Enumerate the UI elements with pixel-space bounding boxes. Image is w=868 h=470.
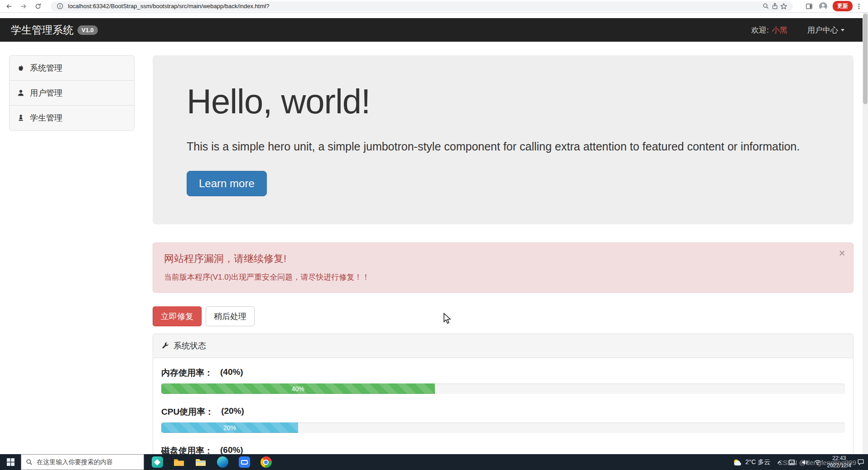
alert-title: 网站程序漏洞，请继续修复!: [164, 252, 833, 266]
sidebar-item-system[interactable]: 系统管理: [9, 55, 135, 81]
taskbar-search-box[interactable]: 在这里输入你要搜索的内容: [21, 454, 144, 470]
file-explorer-icon: [195, 456, 207, 468]
taskbar-app-edge[interactable]: [217, 456, 228, 468]
url-text: localhost:63342/BootStrap_ssm/bootstrap/…: [68, 3, 757, 10]
apple-icon: [17, 64, 25, 72]
welcome-prefix: 欢迎:: [751, 25, 769, 35]
memory-progress-bar: 40%: [161, 383, 435, 394]
hero-text: This is a simple hero unit, a simple jum…: [187, 138, 820, 155]
browser-menu-dots-icon[interactable]: [854, 1, 864, 12]
notification-icon: [857, 459, 864, 465]
network-icon: [814, 459, 821, 465]
alert-message: 当前版本程序(V1.0)出现严重安全问题，请尽快进行修复！！: [164, 272, 833, 282]
weather-icon: [733, 458, 743, 466]
profile-avatar[interactable]: [818, 1, 828, 11]
meter-name: 内存使用率：: [161, 367, 213, 379]
weather-widget[interactable]: 2°C 多云: [733, 458, 770, 466]
chrome-icon: [260, 456, 272, 468]
panel-body: 内存使用率： (40%) 40% CPU使用率： (20%): [153, 358, 853, 454]
jumbotron: Hello, world! This is a simple hero unit…: [153, 55, 854, 224]
progress-bar-label: 20%: [223, 424, 236, 431]
tray-speaker[interactable]: [801, 459, 808, 465]
browser-back-button[interactable]: [4, 1, 14, 12]
version-badge: V1.0: [77, 25, 98, 35]
fix-now-button[interactable]: 立即修复: [153, 306, 202, 326]
tray-network[interactable]: [814, 459, 821, 465]
sidebar-item-students[interactable]: 学生管理: [9, 105, 135, 131]
screen: localhost:63342/BootStrap_ssm/bootstrap/…: [0, 0, 868, 470]
brand-title: 学生管理系统: [11, 23, 73, 37]
share-icon[interactable]: [770, 2, 779, 10]
meter-value: (20%): [221, 406, 244, 418]
sidebar-item-label: 学生管理: [30, 112, 63, 123]
memory-progress-track: 40%: [161, 383, 845, 394]
tray-display[interactable]: [788, 459, 796, 465]
browser-toolbar: localhost:63342/BootStrap_ssm/bootstrap/…: [0, 0, 868, 13]
app-navbar: 学生管理系统 V1.0 欢迎: 小黑 用户中心: [0, 18, 863, 42]
chevron-down-icon: [841, 29, 844, 31]
taskbar-app-teal[interactable]: [151, 456, 163, 468]
progress-bar-label: 40%: [292, 385, 304, 392]
alert-close-icon[interactable]: ×: [839, 248, 845, 258]
address-bar[interactable]: localhost:63342/BootStrap_ssm/bootstrap/…: [51, 1, 793, 11]
user-icon: [17, 89, 25, 97]
windows-logo-icon: [7, 458, 14, 466]
sidebar: 系统管理 用户管理 学生管理: [9, 55, 135, 454]
site-info-icon[interactable]: [55, 2, 64, 10]
panel-title: 系统状态: [174, 340, 206, 351]
sidebar-item-label: 系统管理: [30, 63, 63, 73]
forward-arrow-icon: [20, 3, 27, 10]
weather-text: 2°C 多云: [745, 458, 770, 466]
meter-name: 磁盘使用率：: [161, 445, 213, 454]
notification-center-button[interactable]: [857, 459, 864, 465]
brand-link[interactable]: 学生管理系统 V1.0: [11, 23, 98, 37]
username-link[interactable]: 小黑: [772, 25, 787, 35]
speaker-icon: [801, 459, 808, 465]
cpu-progress-track: 20%: [161, 422, 845, 433]
alert-actions: 立即修复 稍后处理: [153, 306, 854, 326]
scrollbar-thumb[interactable]: [863, 14, 868, 104]
windows-taskbar: 在这里输入你要搜索的内容 2°C 多云: [0, 454, 868, 470]
wrench-icon: [161, 342, 169, 350]
taskbar-clock[interactable]: 22:43 2022/12/4: [827, 455, 851, 469]
danger-alert: 网站程序漏洞，请继续修复! 当前版本程序(V1.0)出现严重安全问题，请尽快进行…: [153, 242, 854, 293]
display-icon: [788, 459, 796, 465]
tray-chevron-up[interactable]: [776, 460, 782, 465]
side-panel-icon[interactable]: [804, 1, 815, 12]
bookmark-star-icon[interactable]: [779, 2, 788, 10]
taskbar-app-chrome[interactable]: [260, 456, 272, 468]
panel-heading: 系统状态: [153, 334, 853, 358]
zoom-icon[interactable]: [761, 2, 770, 10]
taskbar-apps: [151, 454, 272, 470]
start-button[interactable]: [0, 454, 21, 470]
memory-usage-label: 内存使用率： (40%): [161, 367, 845, 379]
refresh-icon: [34, 3, 42, 10]
folder-icon: [173, 456, 185, 468]
disk-usage-label: 磁盘使用率： (60%): [161, 445, 845, 454]
search-icon: [26, 459, 33, 465]
sidebar-item-users[interactable]: 用户管理: [9, 80, 135, 106]
taskbar-app-explorer[interactable]: [195, 456, 207, 468]
learn-more-button[interactable]: Learn more: [187, 171, 267, 196]
handle-later-button[interactable]: 稍后处理: [206, 306, 255, 326]
teal-app-icon: [152, 456, 163, 468]
taskbar-app-folder[interactable]: [173, 456, 185, 468]
student-icon: [17, 114, 25, 122]
navbar-right: 欢迎: 小黑 用户中心: [751, 25, 844, 35]
page-scrollbar: [863, 13, 868, 454]
user-center-dropdown[interactable]: 用户中心: [807, 25, 844, 35]
browser-forward-button[interactable]: [18, 1, 29, 12]
blue-tv-app-icon: [239, 456, 250, 468]
meter-name: CPU使用率：: [161, 406, 214, 418]
back-arrow-icon: [5, 3, 13, 10]
browser-refresh-button[interactable]: [33, 1, 43, 12]
taskbar-search-text: 在这里输入你要搜索的内容: [37, 458, 113, 466]
chrome-update-button[interactable]: 更新: [833, 1, 853, 11]
welcome-text: 欢迎: 小黑: [751, 25, 787, 35]
cpu-usage-label: CPU使用率： (20%): [161, 406, 845, 418]
page-viewport: 学生管理系统 V1.0 欢迎: 小黑 用户中心 系统管理: [0, 13, 863, 454]
taskbar-app-tv[interactable]: [238, 456, 250, 468]
clock-date: 2022/12/4: [827, 462, 851, 470]
clock-time: 22:43: [827, 455, 851, 462]
main-column: Hello, world! This is a simple hero unit…: [153, 55, 854, 454]
